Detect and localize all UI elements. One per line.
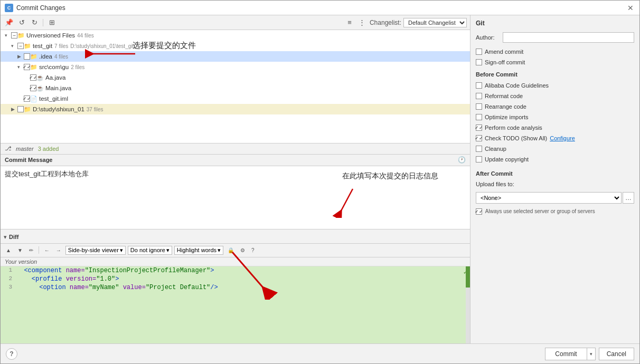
copyright-label: Update copyright <box>485 156 529 162</box>
changelist-label: Changelist: <box>370 19 401 26</box>
clock-icon[interactable]: 🕐 <box>458 156 466 164</box>
sign-off-row[interactable]: Sign-off commit <box>476 59 634 65</box>
tree-item-label: D:\study\shixun_01 <box>33 106 84 112</box>
group-button[interactable]: ⊞ <box>46 17 57 28</box>
refresh-button[interactable]: ↻ <box>29 17 40 28</box>
copyright-checkbox[interactable] <box>476 156 482 162</box>
perform-row[interactable]: ✓ Perform code analysis <box>476 124 634 131</box>
file-checkbox[interactable]: ✓ <box>30 74 36 81</box>
alibaba-row[interactable]: Alibaba Code Guidelines <box>476 82 634 89</box>
commit-button[interactable]: Commit <box>545 348 587 360</box>
upload-options-btn[interactable]: … <box>623 192 634 204</box>
diff-edit-btn[interactable]: ✏ <box>27 247 35 254</box>
java-file-icon: ☕ <box>36 85 44 92</box>
upload-label: Upload files to: <box>476 181 634 187</box>
optimize-checkbox[interactable] <box>476 114 482 120</box>
viewer-dropdown[interactable]: Side-by-side viewer ▾ <box>65 246 126 255</box>
tree-item-meta: 4 files <box>54 54 68 60</box>
diff-section: ▾ Diff ▲ ▼ ✏ ← → Side-by-side viewer ▾ D… <box>1 231 470 344</box>
tree-row[interactable]: ▾ – 📁 Unversioned Files 44 files <box>1 30 470 41</box>
git-panel: Git Author: Amend commit Sign-off commit… <box>470 15 639 343</box>
upload-row: <None> … <box>476 192 634 204</box>
tree-item-path: D:\study\shixun_01\test_git <box>70 43 134 49</box>
checktodo-row[interactable]: ✓ Check TODO (Show All) Configure <box>476 135 634 141</box>
tree-item-meta: 7 files <box>54 43 68 49</box>
file-checkbox[interactable]: – <box>17 43 24 49</box>
tree-row[interactable]: ✓ 📄 test_git.iml <box>1 93 470 104</box>
pin-button[interactable]: 📌 <box>4 17 14 28</box>
viewer-label: Side-by-side viewer <box>68 247 119 253</box>
rearrange-row[interactable]: Rearrange code <box>476 103 634 110</box>
copyright-row[interactable]: Update copyright <box>476 156 634 162</box>
expand-button[interactable]: ⋮ <box>357 17 368 28</box>
file-checkbox[interactable] <box>24 53 30 60</box>
commit-changes-window: C Commit Changes ✕ 📌 ↺ ↻ ⊞ ≡ ⋮ Changelis… <box>0 0 640 364</box>
file-checkbox[interactable] <box>17 106 24 112</box>
optimize-label: Optimize imports <box>485 114 529 120</box>
cancel-button[interactable]: Cancel <box>599 348 634 360</box>
changelist-select[interactable]: Default Changelist <box>403 18 467 27</box>
reformat-row[interactable]: Reformat code <box>476 93 634 99</box>
reformat-checkbox[interactable] <box>476 93 482 99</box>
diff-up-btn[interactable]: ▲ <box>4 247 13 254</box>
rearrange-label: Rearrange code <box>485 103 526 110</box>
alibaba-label: Alibaba Code Guidelines <box>485 82 549 89</box>
ignore-label: Do not ignore <box>130 247 165 253</box>
commit-message-title: Commit Message <box>5 157 52 163</box>
file-checkbox[interactable]: ✓ <box>30 85 36 91</box>
line-code: <option name="myName" value="Project Def… <box>16 284 218 291</box>
always-use-label: Always use selected server or group of s… <box>485 208 595 214</box>
perform-checkbox[interactable]: ✓ <box>476 124 482 131</box>
cleanup-row[interactable]: Cleanup <box>476 146 634 152</box>
highlight-dropdown[interactable]: Highlight words ▾ <box>174 246 223 255</box>
tree-row[interactable]: ▾ – 📁 test_git 7 files D:\study\shixun_0… <box>1 41 470 51</box>
before-commit-title: Before Commit <box>476 71 634 78</box>
rearrange-checkbox[interactable] <box>476 103 482 110</box>
help-button[interactable]: ? <box>6 348 17 360</box>
settings-btn[interactable]: ⚙ <box>238 247 247 254</box>
line-number: 3 <box>1 284 16 290</box>
checktodo-checkbox[interactable]: ✓ <box>476 135 482 141</box>
commit-message-input[interactable] <box>1 166 470 229</box>
tree-row[interactable]: ▾ ✓ 📁 src\com\gu 2 files <box>1 62 470 72</box>
tree-row[interactable]: ▶ 📁 D:\study\shixun_01 37 files <box>1 104 470 114</box>
file-checkbox[interactable]: – <box>11 32 17 39</box>
configure-link[interactable]: Configure <box>550 135 575 141</box>
file-checkbox[interactable]: ✓ <box>24 95 30 102</box>
amend-checkbox[interactable] <box>476 49 482 55</box>
alibaba-checkbox[interactable] <box>476 82 482 89</box>
diff-line: 1 <component name="InspectionProjectProf… <box>1 266 470 275</box>
tree-item-label: .idea <box>39 53 52 60</box>
cleanup-checkbox[interactable] <box>476 146 482 152</box>
undo-button[interactable]: ↺ <box>16 17 27 28</box>
tree-row[interactable]: ▶ 📁 .idea 4 files <box>1 51 470 62</box>
help-diff-btn[interactable]: ? <box>249 247 257 254</box>
iml-file-icon: 📄 <box>30 95 37 102</box>
tree-row[interactable]: ✓ ☕ Aa.java <box>1 72 470 83</box>
tree-item-meta: 44 files <box>77 33 94 39</box>
collapse-button[interactable]: ≡ <box>344 17 355 28</box>
file-tree[interactable]: ▾ – 📁 Unversioned Files 44 files ▾ – 📁 t… <box>1 30 470 143</box>
highlight-arrow: ▾ <box>218 247 221 254</box>
after-commit-title: After Commit <box>476 170 634 177</box>
signoff-checkbox[interactable] <box>476 59 482 65</box>
diff-down-btn[interactable]: ▼ <box>15 247 25 254</box>
viewer-arrow: ▾ <box>120 247 123 254</box>
folder-icon: 📁 <box>24 43 31 50</box>
tree-item-label: test_git.iml <box>39 95 68 102</box>
added-badge: 3 added <box>38 146 59 152</box>
lock-btn[interactable]: 🔒 <box>225 247 236 254</box>
commit-dropdown-button[interactable]: ▾ <box>587 348 596 360</box>
amend-commit-row[interactable]: Amend commit <box>476 49 634 55</box>
diff-prev-btn[interactable]: ← <box>42 247 52 254</box>
author-input[interactable] <box>503 32 634 43</box>
tree-row[interactable]: ✓ ☕ Main.java <box>1 83 470 93</box>
diff-next-btn[interactable]: → <box>54 247 63 254</box>
upload-select[interactable]: <None> <box>476 192 622 204</box>
ignore-dropdown[interactable]: Do not ignore ▾ <box>128 246 172 255</box>
folder-icon: 📁 <box>17 32 25 39</box>
optimize-row[interactable]: Optimize imports <box>476 114 634 120</box>
close-button[interactable]: ✕ <box>626 3 635 13</box>
file-checkbox[interactable]: ✓ <box>24 64 30 70</box>
always-use-checkbox[interactable]: ✓ <box>476 208 482 215</box>
